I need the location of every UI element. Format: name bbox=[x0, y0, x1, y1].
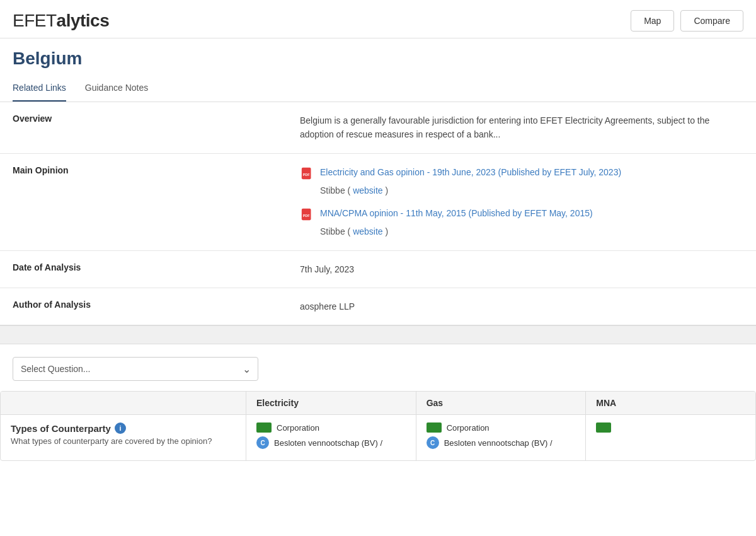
counterparty-item-gas-2: C Besloten vennootschap (BV) / bbox=[427, 436, 576, 449]
gas-data-cell: Corporation C Besloten vennootschap (BV)… bbox=[416, 415, 587, 460]
tab-related-links[interactable]: Related Links bbox=[13, 75, 66, 102]
question-subtitle: What types of counterparty are covered b… bbox=[11, 436, 236, 446]
opinion-group-2: PDF MNA/CPMA opinion - 11th May, 2015 (P… bbox=[300, 206, 743, 238]
bottom-section: Select Question... ⌄ Electricity Gas MNA… bbox=[0, 344, 756, 461]
opinion-link-1[interactable]: Electricity and Gas opinion - 19th June,… bbox=[320, 165, 621, 179]
question-select-wrapper: Select Question... ⌄ bbox=[13, 357, 258, 381]
counterparty-item-mna-1 bbox=[596, 422, 745, 433]
questions-col-header bbox=[1, 392, 246, 414]
opinion-entry-2: PDF MNA/CPMA opinion - 11th May, 2015 (P… bbox=[300, 206, 743, 222]
overview-row: Overview Belgium is a generally favourab… bbox=[0, 102, 756, 153]
author-label: Author of Analysis bbox=[0, 288, 287, 325]
blue-circle-icon-gas-2: C bbox=[427, 436, 439, 449]
opinion-source-1: Stibbe ( website ) bbox=[300, 184, 743, 197]
gas-col-header: Gas bbox=[416, 392, 587, 414]
compare-button[interactable]: Compare bbox=[680, 10, 743, 32]
pdf-icon-2: PDF bbox=[300, 207, 315, 222]
opinion-link-2[interactable]: MNA/CPMA opinion - 11th May, 2015 (Publi… bbox=[320, 206, 593, 220]
detail-table: Overview Belgium is a generally favourab… bbox=[0, 102, 756, 325]
question-title: Types of Counterparty bbox=[11, 423, 111, 434]
counterparty-label-gas-2: Besloten vennootschap (BV) / bbox=[444, 438, 553, 448]
main-opinion-value: PDF Electricity and Gas opinion - 19th J… bbox=[287, 153, 756, 250]
opinion-group-1: PDF Electricity and Gas opinion - 19th J… bbox=[300, 165, 743, 197]
counterparty-label-elec-1: Corporation bbox=[277, 423, 319, 433]
question-cell: Types of Counterparty i What types of co… bbox=[1, 415, 246, 460]
date-value: 7th July, 2023 bbox=[287, 250, 756, 288]
counterparty-label-gas-1: Corporation bbox=[447, 423, 490, 433]
electricity-data-cell: Corporation C Besloten vennootschap (BV)… bbox=[246, 415, 416, 460]
svg-text:PDF: PDF bbox=[303, 172, 311, 176]
grid-row-1: Types of Counterparty i What types of co… bbox=[1, 415, 755, 460]
info-icon[interactable]: i bbox=[115, 422, 126, 434]
opinion-source-2: Stibbe ( website ) bbox=[300, 224, 743, 238]
map-button[interactable]: Map bbox=[631, 10, 674, 32]
author-value: aosphere LLP bbox=[287, 288, 756, 325]
questions-grid: Electricity Gas MNA Types of Counterpart… bbox=[0, 391, 756, 461]
question-select[interactable]: Select Question... bbox=[13, 357, 258, 381]
section-divider bbox=[0, 325, 756, 344]
green-bar-icon-gas-1 bbox=[427, 422, 442, 433]
blue-circle-icon-elec-2: C bbox=[256, 436, 269, 449]
tabs-bar: Related Links Guidance Notes bbox=[0, 75, 756, 102]
tab-guidance-notes[interactable]: Guidance Notes bbox=[85, 75, 148, 102]
counterparty-item-gas-1: Corporation bbox=[427, 422, 576, 433]
overview-value: Belgium is a generally favourable jurisd… bbox=[287, 102, 756, 153]
electricity-col-header: Electricity bbox=[246, 392, 416, 414]
green-bar-icon-mna-1 bbox=[596, 422, 611, 433]
author-row: Author of Analysis aosphere LLP bbox=[0, 288, 756, 325]
main-opinion-row: Main Opinion PDF Electricity and Gas opi… bbox=[0, 153, 756, 250]
overview-label: Overview bbox=[0, 102, 287, 153]
grid-header: Electricity Gas MNA bbox=[1, 392, 755, 415]
counterparty-item-elec-1: Corporation bbox=[256, 422, 406, 433]
counterparty-label-elec-2: Besloten vennootschap (BV) / bbox=[274, 438, 382, 448]
opinion-website-link-2[interactable]: website bbox=[353, 226, 382, 236]
app-logo: EFETalytics bbox=[13, 11, 109, 31]
opinion-entry-1: PDF Electricity and Gas opinion - 19th J… bbox=[300, 165, 743, 181]
date-label: Date of Analysis bbox=[0, 250, 287, 288]
main-opinion-label: Main Opinion bbox=[0, 153, 287, 250]
page-title: Belgium bbox=[0, 38, 756, 75]
green-bar-icon-elec-1 bbox=[256, 422, 272, 433]
pdf-icon-1: PDF bbox=[300, 166, 315, 181]
mna-data-cell bbox=[586, 415, 755, 460]
mna-col-header: MNA bbox=[586, 392, 755, 414]
counterparty-item-elec-2: C Besloten vennootschap (BV) / bbox=[256, 436, 406, 449]
opinion-website-link-1[interactable]: website bbox=[353, 185, 382, 195]
date-row: Date of Analysis 7th July, 2023 bbox=[0, 250, 756, 288]
svg-text:PDF: PDF bbox=[303, 214, 311, 218]
